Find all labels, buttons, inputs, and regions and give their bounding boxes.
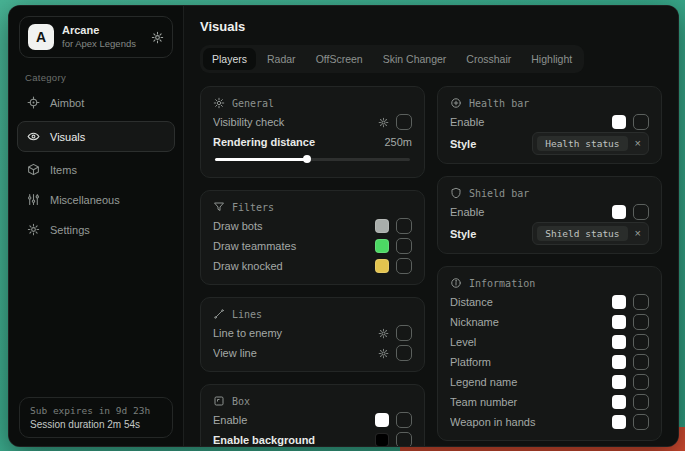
row-label: Enable <box>450 206 604 218</box>
color-swatch[interactable] <box>375 413 389 427</box>
row-label: Draw teammates <box>213 240 367 252</box>
color-swatch[interactable] <box>612 415 626 429</box>
app-window: A Arcane for Apex Legends Category <box>8 5 679 447</box>
main-content: Visuals Players Radar OffScreen Skin Cha… <box>184 6 678 446</box>
funnel-icon <box>213 201 225 213</box>
row-nickname: Nickname <box>450 312 649 332</box>
panel-title: Shield bar <box>469 188 529 199</box>
draw-teammates-checkbox[interactable] <box>396 238 412 254</box>
box-background-checkbox[interactable] <box>396 432 412 446</box>
visibility-check-checkbox[interactable] <box>396 114 412 130</box>
row-label: Style <box>450 228 524 240</box>
tab-crosshair[interactable]: Crosshair <box>457 48 520 70</box>
gear-icon <box>27 223 40 236</box>
brand-settings-icon[interactable] <box>151 31 164 44</box>
row-label: Nickname <box>450 316 604 328</box>
box-icon <box>213 395 225 407</box>
row-label: Enable <box>213 414 367 426</box>
panel-title: Health bar <box>469 98 529 109</box>
color-swatch[interactable] <box>375 259 389 273</box>
subscription-card: Sub expires in 9d 23h Session duration 2… <box>19 397 173 438</box>
color-swatch[interactable] <box>375 219 389 233</box>
draw-bots-checkbox[interactable] <box>396 218 412 234</box>
style-tag: Health status <box>537 136 627 151</box>
sidebar-nav: Aimbot Visuals Items <box>9 88 183 245</box>
panel-health-header: Health bar <box>450 97 649 109</box>
row-health-enable: Enable <box>450 112 649 132</box>
health-style-select[interactable]: Health status × <box>532 132 649 155</box>
row-shield-enable: Enable <box>450 202 649 222</box>
color-swatch[interactable] <box>612 335 626 349</box>
platform-checkbox[interactable] <box>633 354 649 370</box>
sidebar-item-label: Aimbot <box>50 97 84 109</box>
health-enable-checkbox[interactable] <box>633 114 649 130</box>
package-icon <box>27 163 40 176</box>
color-swatch[interactable] <box>375 239 389 253</box>
box-enable-checkbox[interactable] <box>396 412 412 428</box>
remove-tag-icon[interactable]: × <box>635 228 641 239</box>
team-number-checkbox[interactable] <box>633 394 649 410</box>
draw-knocked-checkbox[interactable] <box>396 258 412 274</box>
shield-style-select[interactable]: Shield status × <box>532 222 649 245</box>
page-title: Visuals <box>200 19 662 34</box>
row-visibility-check: Visibility check <box>213 112 412 132</box>
row-team-number: Team number <box>450 392 649 412</box>
row-line-to-enemy: Line to enemy <box>213 323 412 343</box>
color-swatch[interactable] <box>612 395 626 409</box>
gear-icon <box>213 97 225 109</box>
brand-title: Arcane <box>62 24 136 38</box>
legend-name-checkbox[interactable] <box>633 374 649 390</box>
panel-box-header: Box <box>213 395 412 407</box>
option-settings-icon[interactable] <box>378 117 389 128</box>
row-draw-teammates: Draw teammates <box>213 236 412 256</box>
rendering-distance-slider[interactable] <box>215 155 410 163</box>
sidebar-item-items[interactable]: Items <box>17 155 175 184</box>
sidebar-item-label: Visuals <box>50 131 85 143</box>
row-shield-style: Style Shield status × <box>450 222 649 245</box>
row-label: Team number <box>450 396 604 408</box>
sidebar-item-miscellaneous[interactable]: Miscellaneous <box>17 185 175 214</box>
color-swatch[interactable] <box>612 115 626 129</box>
tab-offscreen[interactable]: OffScreen <box>307 48 372 70</box>
sidebar-item-visuals[interactable]: Visuals <box>17 121 175 152</box>
weapon-in-hands-checkbox[interactable] <box>633 414 649 430</box>
slider-thumb[interactable] <box>303 155 311 163</box>
tab-highlight[interactable]: Highlight <box>522 48 581 70</box>
row-label: Distance <box>450 296 604 308</box>
sidebar-item-aimbot[interactable]: Aimbot <box>17 88 175 117</box>
panel-shield-header: Shield bar <box>450 187 649 199</box>
panel-information: Information Distance Nickname <box>437 266 662 441</box>
health-plus-icon <box>450 97 462 109</box>
panel-general: General Visibility check <box>200 86 425 178</box>
line-to-enemy-checkbox[interactable] <box>396 325 412 341</box>
style-tag: Shield status <box>537 226 627 241</box>
tab-radar[interactable]: Radar <box>258 48 305 70</box>
right-column: Health bar Enable Style Health status <box>437 86 662 441</box>
option-settings-icon[interactable] <box>378 348 389 359</box>
color-swatch[interactable] <box>612 205 626 219</box>
color-swatch[interactable] <box>375 433 389 446</box>
color-swatch[interactable] <box>612 295 626 309</box>
row-label: Style <box>450 138 524 150</box>
panel-title: Lines <box>232 309 262 320</box>
nickname-checkbox[interactable] <box>633 314 649 330</box>
tab-skin-changer[interactable]: Skin Changer <box>374 48 456 70</box>
sidebar-item-settings[interactable]: Settings <box>17 215 175 244</box>
view-line-checkbox[interactable] <box>396 345 412 361</box>
panel-filters-header: Filters <box>213 201 412 213</box>
shield-enable-checkbox[interactable] <box>633 204 649 220</box>
tab-players[interactable]: Players <box>203 48 256 70</box>
brand-card: A Arcane for Apex Legends <box>19 16 173 58</box>
panel-box: Box Enable Enable background <box>200 384 425 446</box>
tab-bar: Players Radar OffScreen Skin Changer Cro… <box>200 45 584 73</box>
row-box-enable-background: Enable background <box>213 430 412 446</box>
distance-checkbox[interactable] <box>633 294 649 310</box>
sliders-icon <box>27 193 40 206</box>
color-swatch[interactable] <box>612 315 626 329</box>
level-checkbox[interactable] <box>633 334 649 350</box>
color-swatch[interactable] <box>612 375 626 389</box>
row-level: Level <box>450 332 649 352</box>
option-settings-icon[interactable] <box>378 328 389 339</box>
color-swatch[interactable] <box>612 355 626 369</box>
remove-tag-icon[interactable]: × <box>635 138 641 149</box>
